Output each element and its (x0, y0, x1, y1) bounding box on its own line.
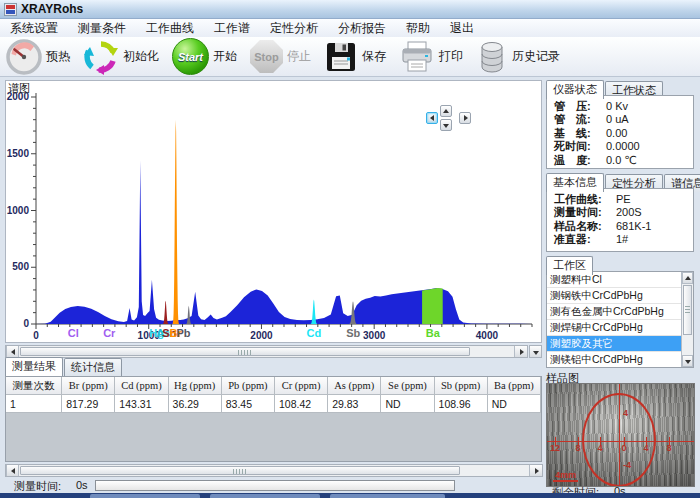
menu-item-6[interactable]: 帮助 (396, 19, 440, 38)
element-label-Pb: Pb (176, 327, 190, 339)
chart-title: 谱图 (8, 81, 30, 96)
taskbar-button (330, 494, 445, 498)
sample-h-label: 8 (575, 443, 580, 453)
workspace-list: 测塑料中Cl测钢铁中CrCdPbHg测有色金属中CrCdPbHg测焊锡中CrCd… (546, 271, 694, 368)
print-label: 打印 (439, 48, 463, 65)
chart-hscroll-thumb[interactable] (20, 347, 470, 356)
field-label: 管 流: (554, 113, 606, 126)
table-hscroll-right-button[interactable] (529, 465, 542, 476)
workspace-item-1[interactable]: 测钢铁中CrCdPbHg (547, 288, 681, 304)
right-panel: 仪器状态工作状态 管 压:0 Kv管 流:0 uA基 线:0.00死时间:0.0… (546, 80, 696, 480)
tab-result-1[interactable]: 统计信息 (64, 358, 122, 376)
column-header-2: Cd (ppm) (115, 377, 168, 395)
svg-text:4000: 4000 (476, 330, 499, 341)
preheat-label: 预热 (46, 48, 70, 65)
tab-result-0[interactable]: 测量结果 (5, 357, 63, 376)
history-button[interactable]: 历史记录 (476, 39, 560, 75)
chart-hscrollbar[interactable] (5, 345, 528, 358)
scroll-up-icon (685, 276, 691, 280)
table-row[interactable]: 1817.29143.3136.2983.45108.4229.83ND108.… (6, 395, 541, 413)
menu-item-4[interactable]: 定性分析 (260, 19, 328, 38)
menu-item-1[interactable]: 测量条件 (68, 19, 136, 38)
pan-up-button[interactable] (440, 105, 452, 117)
svg-text:1000: 1000 (7, 205, 30, 216)
menu-item-0[interactable]: 系统设置 (0, 19, 68, 38)
caret-down-icon (533, 351, 539, 355)
tab-status-0[interactable]: 仪器状态 (546, 80, 604, 99)
workspace-item-3[interactable]: 测焊锡中CrCdPbHg (547, 320, 681, 336)
menu-item-3[interactable]: 工作谱 (204, 19, 260, 38)
field-label: 测量时间: (554, 206, 616, 219)
list-scroll-down-button[interactable] (682, 355, 693, 367)
refresh-icon (83, 39, 119, 75)
menu-item-7[interactable]: 退出 (440, 19, 484, 38)
spectrum-chart-panel: 谱图 010002000300040000500100015002000ClCr… (5, 80, 542, 343)
sample-h-label: 4 (597, 443, 602, 453)
element-label-Sb: Sb (346, 327, 360, 339)
peak-As (163, 301, 169, 324)
field-row: 准直器:1# (554, 233, 691, 246)
element-label-Cl: Cl (68, 327, 79, 339)
svg-text:3000: 3000 (363, 330, 386, 341)
table-hscroll-thumb[interactable] (20, 466, 460, 475)
element-label-Cr: Cr (103, 327, 116, 339)
tab-info-0[interactable]: 基本信息 (546, 173, 604, 192)
field-row: 样品名称:681K-1 (554, 220, 691, 233)
workspace-vscrollbar[interactable] (681, 272, 693, 367)
table-header-row: 测量次数Br (ppm)Cd (ppm)Hg (ppm)Pb (ppm)Cr (… (6, 377, 541, 395)
table-hscrollbar[interactable] (5, 464, 543, 477)
field-label: 基 线: (554, 127, 606, 140)
column-header-0: 测量次数 (6, 377, 62, 395)
field-row: 工作曲线:PE (554, 193, 691, 206)
column-header-4: Pb (ppm) (222, 377, 275, 395)
stop-button[interactable]: Stop 停止 (250, 40, 311, 73)
initialize-button[interactable]: 初始化 (83, 39, 159, 75)
chart-hscroll-left-button[interactable] (6, 346, 19, 357)
window-title: XRAYRohs (21, 2, 83, 16)
list-scroll-up-button[interactable] (682, 272, 693, 284)
pan-right-button[interactable] (459, 112, 471, 124)
pan-down-button[interactable] (440, 119, 452, 131)
cell: 36.29 (169, 395, 222, 413)
svg-text:2000: 2000 (250, 330, 273, 341)
svg-text:0: 0 (23, 318, 29, 329)
save-button[interactable]: 保存 (324, 40, 386, 74)
gauge-icon (6, 39, 42, 75)
chart-pan-controls (426, 105, 474, 132)
field-label: 工作曲线: (554, 193, 616, 206)
tab-workspace[interactable]: 工作区 (546, 256, 593, 275)
field-row: 管 流:0 uA (554, 113, 691, 126)
cell: 108.96 (435, 395, 488, 413)
thumb-grip (685, 306, 690, 314)
measure-time-label: 测量时间: (14, 479, 61, 494)
peak-Ba (422, 288, 443, 324)
menu-item-5[interactable]: 分析报告 (328, 19, 396, 38)
cell: 143.31 (115, 395, 168, 413)
taskbar-button (210, 494, 320, 498)
workspace-item-5[interactable]: 测镁铝中CrCdPbHg (547, 352, 681, 368)
list-scroll-thumb[interactable] (683, 285, 692, 335)
workspace-item-4[interactable]: 测塑胶及其它 (547, 336, 681, 352)
field-label: 管 压: (554, 100, 606, 113)
cell: 1 (6, 395, 62, 413)
status-bar: 测量时间: 0s 剩余时间: 0s (0, 479, 700, 493)
pan-right-icon (464, 115, 468, 121)
preheat-button[interactable]: 预热 (6, 39, 70, 75)
menu-item-2[interactable]: 工作曲线 (136, 19, 204, 38)
cell: 83.45 (222, 395, 275, 413)
chart-collapse-button[interactable] (529, 345, 542, 358)
cell: 817.29 (62, 395, 115, 413)
svg-text:0: 0 (33, 330, 39, 341)
pan-left-button[interactable] (426, 112, 438, 124)
print-button[interactable]: 打印 (399, 40, 463, 74)
workspace-item-2[interactable]: 测有色金属中CrCdPbHg (547, 304, 681, 320)
table-hscroll-left-button[interactable] (6, 465, 19, 476)
stop-label: 停止 (287, 48, 311, 65)
field-value: 1# (616, 233, 628, 246)
column-header-8: Sb (ppm) (435, 377, 488, 395)
chart-hscroll-right-button[interactable] (514, 346, 527, 357)
start-button[interactable]: Start 开始 (172, 38, 237, 75)
field-row: 温 度:0.0 ℃ (554, 154, 691, 167)
field-label: 准直器: (554, 233, 616, 246)
field-value: PE (616, 193, 631, 206)
